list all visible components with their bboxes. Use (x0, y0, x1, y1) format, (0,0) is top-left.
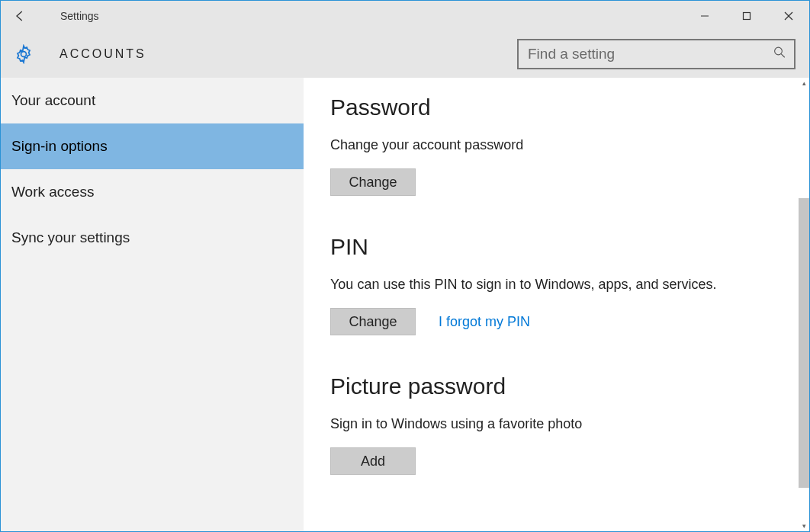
section-heading-password: Password (330, 95, 783, 120)
sidebar-item-label: Work access (11, 184, 94, 200)
maximize-button[interactable] (725, 4, 767, 28)
sidebar: Your account Sign-in options Work access… (1, 78, 304, 531)
add-picture-password-button[interactable]: Add (330, 447, 416, 475)
search-icon (773, 46, 786, 63)
scroll-up-arrow[interactable]: ▴ (799, 78, 809, 88)
sidebar-item-sign-in-options[interactable]: Sign-in options (1, 123, 304, 169)
scroll-thumb[interactable] (799, 198, 809, 488)
sidebar-item-sync-your-settings[interactable]: Sync your settings (1, 215, 304, 261)
svg-point-5 (775, 47, 783, 55)
minimize-button[interactable] (683, 4, 725, 28)
sidebar-item-work-access[interactable]: Work access (1, 169, 304, 215)
sidebar-item-your-account[interactable]: Your account (1, 78, 304, 123)
search-input[interactable] (517, 39, 796, 69)
scroll-down-arrow[interactable]: ▾ (799, 521, 809, 531)
section-desc-password: Change your account password (330, 137, 783, 153)
gear-icon (14, 44, 34, 64)
svg-rect-1 (743, 12, 750, 19)
sidebar-item-label: Your account (11, 92, 95, 109)
close-button[interactable] (767, 4, 809, 28)
window-title: Settings (37, 10, 99, 22)
svg-point-4 (21, 52, 27, 57)
sidebar-item-label: Sign-in options (11, 138, 108, 155)
forgot-pin-link[interactable]: I forgot my PIN (439, 314, 530, 330)
section-desc-pin: You can use this PIN to sign in to Windo… (330, 277, 783, 293)
back-button[interactable] (1, 1, 37, 30)
section-heading-picture-password: Picture password (330, 373, 783, 399)
page-title: ACCOUNTS (59, 47, 146, 61)
sidebar-item-label: Sync your settings (11, 229, 130, 246)
content-pane: Password Change your account password Ch… (304, 78, 799, 531)
vertical-scrollbar[interactable]: ▴ ▾ (799, 78, 809, 531)
svg-line-6 (781, 54, 785, 58)
change-password-button[interactable]: Change (330, 168, 416, 196)
section-heading-pin: PIN (330, 234, 783, 260)
section-desc-picture-password: Sign in to Windows using a favorite phot… (330, 416, 783, 432)
change-pin-button[interactable]: Change (330, 308, 416, 335)
